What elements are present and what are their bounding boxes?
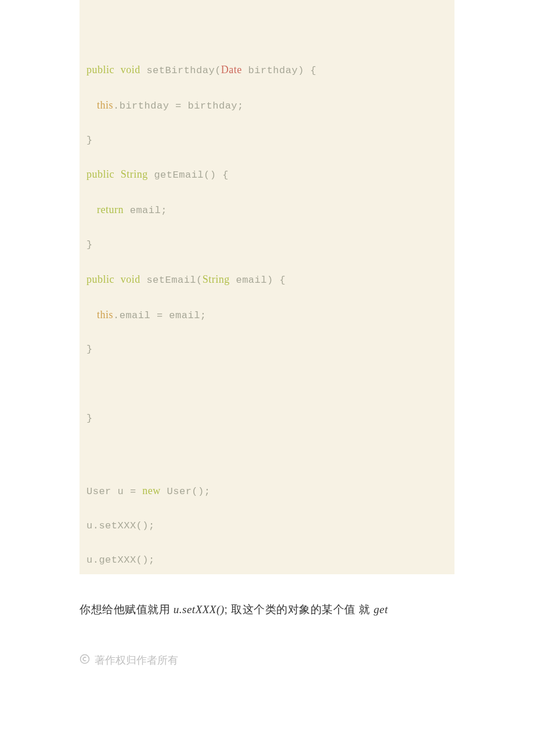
code-line: }: [86, 322, 448, 357]
code-text: .birthday = birthday;: [113, 100, 244, 111]
code-text: setEmail(: [140, 275, 203, 286]
code-block: public void setBirthday(Date birthday) {…: [80, 0, 454, 574]
svg-point-0: [81, 654, 89, 663]
brace: }: [86, 413, 93, 424]
code-line: User u = new User();: [86, 426, 448, 499]
code-line: u.setXXX();: [86, 499, 448, 533]
code-text: setBirthday(: [140, 65, 221, 76]
code-line: public String getEmail() {: [86, 147, 448, 182]
code-text: birthday) {: [242, 65, 316, 76]
type-string: String: [121, 168, 148, 180]
keyword-void: void: [121, 64, 140, 75]
code-line: public void setEmail(String email) {: [86, 252, 448, 287]
explain-text: 你想给他赋值就用: [80, 603, 174, 615]
copyright-text: 著作权归作者所有: [95, 653, 178, 667]
keyword-this: this: [97, 99, 113, 111]
code-line: this.birthday = birthday;: [86, 78, 448, 113]
explain-italic: get: [374, 603, 388, 615]
keyword-return: return: [97, 204, 124, 215]
type-date: Date: [221, 64, 242, 75]
brace: }: [86, 344, 93, 355]
code-text: email) {: [230, 275, 286, 286]
keyword-this: this: [97, 309, 113, 321]
code-text: email;: [124, 205, 167, 216]
code-line: }: [86, 357, 448, 426]
code-text: User u =: [86, 486, 142, 497]
code-text: User();: [161, 486, 211, 497]
code-line: }: [86, 113, 448, 147]
keyword-public: public: [86, 64, 114, 75]
code-text: getEmail() {: [148, 170, 229, 181]
keyword-void: void: [121, 273, 140, 285]
copyright-line: 著作权归作者所有: [80, 653, 454, 667]
explain-text: ; 取这个类的对象的某个值 就: [225, 603, 374, 615]
code-text: .email = email;: [113, 310, 207, 321]
code-text: u.getXXX();: [86, 555, 155, 566]
code-line: }: [86, 218, 448, 252]
copyright-icon: [80, 654, 90, 667]
keyword-public: public: [86, 273, 114, 285]
explanation-text: 你想给他赋值就用 u.setXXX(); 取这个类的对象的某个值 就 get: [80, 602, 454, 617]
code-line: this.email = email;: [86, 287, 448, 323]
code-text: u.setXXX();: [86, 520, 155, 531]
code-line: return email;: [86, 182, 448, 218]
brace: }: [86, 239, 93, 250]
keyword-new: new: [142, 485, 161, 496]
code-line: u.getXXX();: [86, 533, 448, 567]
code-line: public void setBirthday(Date birthday) {: [86, 0, 448, 78]
brace: }: [86, 135, 93, 146]
keyword-public: public: [86, 168, 114, 180]
type-string: String: [203, 273, 230, 285]
explain-italic: u.setXXX(): [174, 603, 225, 615]
